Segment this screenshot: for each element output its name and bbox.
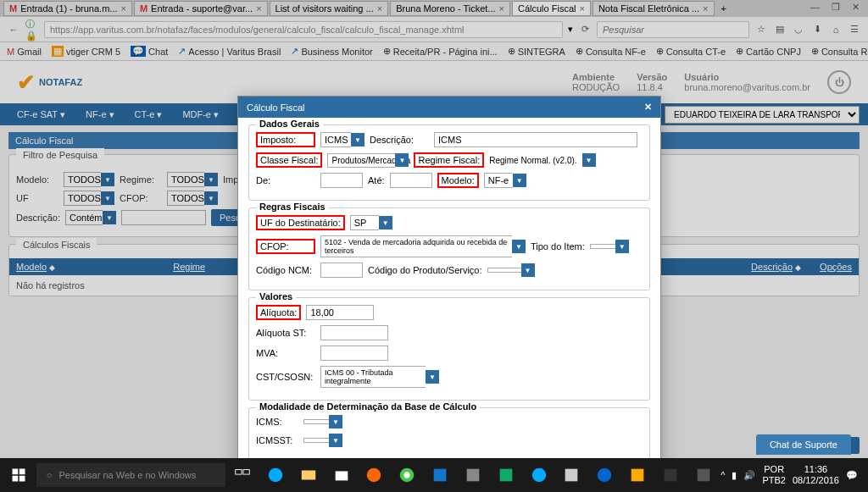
de-input[interactable]	[320, 173, 363, 188]
classe-select[interactable]: Produtos/Mercadoria	[327, 153, 395, 168]
regime-label: Regime Fiscal:	[414, 152, 484, 168]
prod-select[interactable]	[487, 268, 521, 273]
svg-rect-7	[302, 471, 316, 480]
app-outlook[interactable]	[425, 458, 456, 492]
taskbar: ○Pesquisar na Web e no Windows ^ ▮ 🔊 POR…	[0, 458, 868, 492]
modal-title: Cálculo Fiscal	[247, 102, 304, 113]
modal-calculo-fiscal: Cálculo Fiscal ✕ Dados Gerais Imposto: I…	[237, 96, 661, 492]
de-label: De:	[256, 175, 315, 185]
icms-label: ICMS:	[256, 417, 298, 427]
app-excel[interactable]	[490, 458, 521, 492]
imposto-label: Imposto:	[256, 132, 315, 147]
svg-point-15	[531, 468, 546, 483]
icmsst-select[interactable]	[303, 438, 329, 443]
network-icon[interactable]: ▮	[732, 470, 737, 481]
volume-icon[interactable]: 🔊	[743, 470, 755, 481]
aliquota-st-input[interactable]	[320, 325, 388, 340]
cfop-label: CFOP:	[256, 239, 315, 254]
mva-label: MVA:	[256, 348, 315, 358]
chevron-down-icon[interactable]: ▼	[329, 415, 342, 428]
chevron-down-icon[interactable]: ▼	[521, 263, 535, 277]
notifications-icon[interactable]: 💬	[846, 470, 858, 481]
app-teamviewer[interactable]	[589, 458, 620, 492]
imposto-select[interactable]: ICMS	[320, 132, 351, 147]
icmsst-label: ICMSST:	[256, 435, 298, 445]
app-explorer[interactable]	[292, 458, 324, 492]
aliquota-input[interactable]	[306, 305, 374, 320]
chat-widget[interactable]: Chat de Suporte	[756, 434, 851, 455]
aliquota-label: Alíquota:	[256, 305, 301, 320]
chevron-down-icon[interactable]: ▼	[379, 216, 392, 229]
lang-label[interactable]: POR	[764, 464, 784, 475]
date-label[interactable]: 08/12/2016	[793, 475, 839, 486]
svg-rect-18	[632, 469, 644, 482]
prod-label: Código do Produto/Serviço:	[368, 265, 482, 275]
chevron-down-icon[interactable]: ▼	[615, 240, 629, 253]
svg-rect-16	[565, 469, 578, 482]
ate-input[interactable]	[390, 173, 432, 188]
app-firefox[interactable]	[359, 458, 390, 492]
svg-rect-13	[467, 469, 480, 482]
chevron-down-icon[interactable]: ▼	[329, 434, 342, 447]
chevron-down-icon[interactable]: ▼	[513, 174, 526, 187]
svg-rect-8	[335, 471, 348, 480]
taskbar-search[interactable]: ○Pesquisar na Web e no Windows	[36, 463, 225, 487]
svg-rect-5	[243, 470, 249, 475]
cst-select[interactable]: ICMS 00 - Tributada integralmente	[320, 366, 426, 388]
uf-dest-label: UF do Destinatário:	[256, 215, 345, 230]
classe-label: Classe Fiscal:	[256, 152, 322, 168]
start-button[interactable]	[3, 458, 35, 492]
tray-up-icon[interactable]: ^	[721, 470, 725, 480]
task-view-icon[interactable]	[227, 458, 259, 492]
svg-point-17	[598, 468, 612, 483]
fieldset-modalidade: Modalidade de Determinação da Base de Cá…	[248, 407, 650, 460]
svg-point-9	[367, 468, 381, 483]
app-unknown-5[interactable]	[687, 458, 719, 492]
descricao-input[interactable]	[434, 132, 637, 147]
svg-rect-2	[13, 476, 19, 482]
ate-label: Até:	[368, 175, 385, 185]
regras-title: Regras Fiscais	[256, 202, 329, 212]
svg-point-11	[404, 472, 410, 478]
chevron-down-icon[interactable]: ▼	[426, 370, 439, 384]
ncm-input[interactable]	[320, 263, 363, 278]
app-unknown-4[interactable]	[655, 458, 687, 492]
app-unknown-1[interactable]	[458, 458, 489, 492]
windows-icon	[11, 467, 26, 483]
cfop-select[interactable]: 5102 - Venda de mercadoria adquirida ou …	[320, 235, 512, 257]
modelo-label: Modelo:	[437, 173, 479, 188]
svg-rect-20	[697, 469, 709, 482]
tipo-select[interactable]	[590, 244, 615, 249]
system-tray: ^ ▮ 🔊 PORPTB2 11:3608/12/2016 💬	[721, 464, 865, 486]
ncm-label: Código NCM:	[256, 265, 315, 275]
app-edge[interactable]	[260, 458, 292, 492]
aliquota-st-label: Alíquota ST:	[256, 328, 315, 338]
tipo-label: Tipo do Item:	[531, 241, 585, 252]
icms-select[interactable]	[303, 419, 329, 424]
svg-rect-1	[19, 469, 25, 475]
valores-title: Valores	[256, 291, 296, 301]
kbd-label[interactable]: PTB2	[762, 475, 786, 486]
modelo-select[interactable]: NF-e	[484, 173, 513, 188]
time-label[interactable]: 11:36	[804, 464, 828, 475]
app-skype[interactable]	[523, 458, 554, 492]
svg-rect-12	[434, 469, 447, 482]
app-unknown-2[interactable]	[556, 458, 587, 492]
chevron-down-icon[interactable]: ▼	[351, 133, 364, 146]
chevron-down-icon[interactable]: ▼	[582, 153, 596, 167]
uf-dest-select[interactable]: SP	[350, 215, 379, 230]
svg-rect-19	[665, 469, 677, 482]
svg-point-6	[269, 468, 283, 483]
close-icon[interactable]: ✕	[644, 102, 652, 113]
app-chrome[interactable]	[392, 458, 423, 492]
app-store[interactable]	[326, 458, 357, 492]
chevron-down-icon[interactable]: ▼	[512, 240, 526, 253]
svg-rect-14	[499, 469, 512, 482]
svg-rect-4	[236, 470, 242, 475]
app-unknown-3[interactable]	[622, 458, 654, 492]
regime-value: Regime Normal. (v2.0).	[489, 156, 576, 165]
chevron-down-icon[interactable]: ▼	[395, 153, 409, 167]
fieldset-regras: Regras Fiscais UF do Destinatário: SP▼ C…	[248, 207, 650, 290]
search-icon: ○	[47, 470, 53, 480]
mva-input[interactable]	[320, 346, 388, 361]
